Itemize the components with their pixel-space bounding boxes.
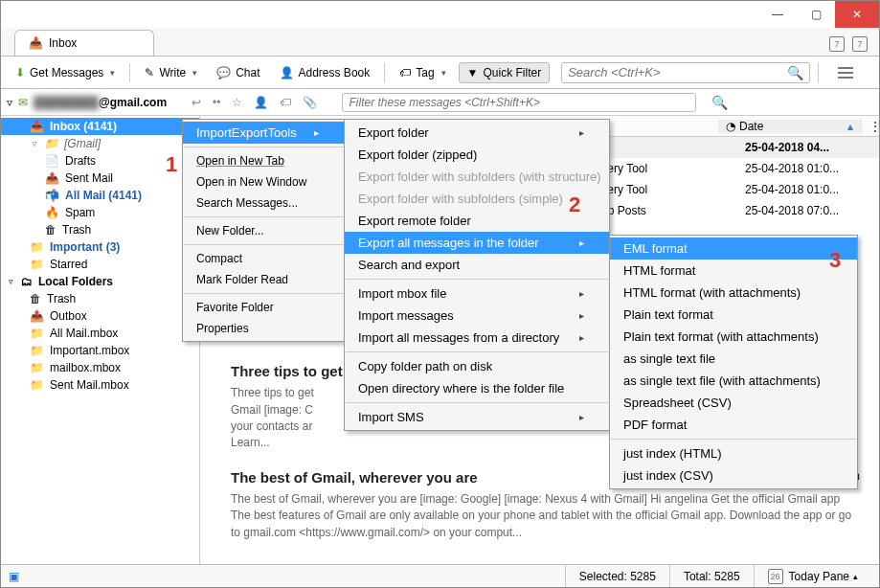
get-messages-button[interactable]: ⬇ Get Messages (9, 62, 122, 83)
menu-search-and-export[interactable]: Search and export (345, 254, 609, 276)
message-filter[interactable] (342, 93, 696, 112)
folder-important[interactable]: 📁Important (3) (1, 238, 199, 256)
tag-icon[interactable]: 🏷 (280, 96, 291, 109)
attachment-icon[interactable]: 📎 (303, 96, 317, 109)
dots-icon[interactable]: •• (213, 96, 220, 109)
menu-compact[interactable]: Compact (183, 248, 344, 269)
window-maximize[interactable]: ▢ (797, 1, 835, 28)
menu-import-mbox[interactable]: Import mbox file (345, 283, 609, 305)
funnel-icon: ▼ (467, 66, 479, 79)
pencil-icon: ✎ (145, 66, 154, 79)
chevron-down-icon[interactable]: ▿ (7, 277, 15, 286)
star-icon[interactable]: ☆ (232, 96, 242, 109)
global-search[interactable]: 🔍 (561, 62, 810, 83)
menu-open-new-window[interactable]: Open in New Window (183, 171, 344, 192)
folder-local-trash[interactable]: 🗑Trash (1, 290, 199, 307)
folder-allmail-mbox[interactable]: 📁All Mail.mbox (1, 325, 199, 342)
message-filter-icons: ↩ •• ☆ 👤 🏷 📎 (192, 96, 317, 109)
search-icon[interactable]: 🔍 (787, 65, 803, 80)
annotation-1: 1 (166, 152, 177, 177)
menu-search-messages[interactable]: Search Messages... (183, 192, 344, 214)
menu-html-format[interactable]: HTML format (610, 260, 857, 282)
folder-starred[interactable]: 📁Starred (1, 256, 199, 273)
trash-icon: 🗑 (30, 292, 41, 305)
local-folders[interactable]: ▿ 🗂 Local Folders (1, 273, 199, 290)
menu-import-sms[interactable]: Import SMS (345, 406, 609, 428)
folder-mailbox-mbox[interactable]: 📁mailbox.mbox (1, 359, 199, 376)
trash-icon: 🗑 (45, 223, 56, 237)
folder-inbox[interactable]: 📥 Inbox (4141) (1, 118, 199, 135)
status-total: Total: 5285 (669, 565, 754, 587)
menu-open-new-tab[interactable]: Open in New Tab (183, 150, 344, 171)
quick-filter-button[interactable]: ▼ Quick Filter (459, 62, 551, 83)
folder-important-mbox[interactable]: 📁Important.mbox (1, 342, 199, 359)
menu-import-messages[interactable]: Import messages (345, 305, 609, 327)
folder-trash[interactable]: 🗑Trash (1, 221, 199, 238)
menu-spreadsheet-csv[interactable]: Spreadsheet (CSV) (610, 392, 857, 414)
address-book-button[interactable]: 👤 Address Book (273, 62, 377, 83)
menu-pdf-format[interactable]: PDF format (610, 414, 857, 436)
chevron-down-icon[interactable]: ▿ (30, 139, 38, 148)
message-filter-input[interactable] (349, 96, 689, 109)
menu-new-folder[interactable]: New Folder... (183, 220, 344, 241)
clock-icon: ◔ (726, 120, 735, 133)
status-bar: ▣ Selected: 5285 Total: 5285 26 Today Pa… (1, 564, 879, 587)
main-menu-button[interactable] (836, 67, 855, 79)
menu-favorite-folder[interactable]: Favorite Folder (183, 297, 344, 318)
folder-icon: 📁 (44, 137, 58, 150)
menu-import-export-tools[interactable]: ImportExportTools (183, 122, 344, 144)
tab-inbox[interactable]: 📥 Inbox (14, 30, 154, 56)
menu-single-text[interactable]: as single text file (610, 348, 857, 370)
chevron-down-icon[interactable]: ▿ (7, 96, 12, 109)
status-selected: Selected: 5285 (565, 565, 669, 587)
menu-export-folder[interactable]: Export folder (345, 122, 609, 144)
menu-copy-folder-path[interactable]: Copy folder path on disk (345, 355, 609, 377)
search-icon[interactable]: 🔍 (711, 95, 728, 110)
menu-eml-format[interactable]: EML format (610, 237, 857, 260)
calendar-icon[interactable]: 7 (852, 36, 868, 52)
account-email[interactable]: ████████@gmail.com (34, 95, 167, 109)
export-format-submenu: EML format HTML format HTML format (with… (609, 235, 858, 489)
import-export-submenu: Export folder Export folder (zipped) Exp… (344, 119, 610, 431)
menu-index-html[interactable]: just index (HTML) (610, 442, 857, 464)
tab-bar: 📥 Inbox 7 7 (1, 28, 879, 57)
global-search-input[interactable] (568, 65, 787, 79)
menu-export-subfolders-structure: Export folder with subfolders (with stru… (345, 166, 609, 188)
chevron-up-icon: ▴ (853, 572, 858, 581)
today-pane-button[interactable]: 26 Today Pane ▴ (754, 565, 871, 587)
menu-mark-folder-read[interactable]: Mark Folder Read (183, 269, 344, 290)
folder-icon: 📁 (30, 361, 44, 374)
menu-single-text-attachments[interactable]: as single text file (with attachments) (610, 370, 857, 392)
separator (818, 63, 819, 82)
folder-spam[interactable]: 🔥Spam (1, 204, 199, 221)
folder-context-menu: ImportExportTools Open in New Tab Open i… (182, 119, 345, 342)
chat-button[interactable]: 💬 Chat (210, 62, 266, 83)
menu-plain-text-attachments[interactable]: Plain text format (with attachments) (610, 326, 857, 348)
menu-export-all-messages[interactable]: Export all messages in the folder (345, 232, 609, 254)
menu-import-from-directory[interactable]: Import all messages from a directory (345, 327, 609, 349)
folder-outbox[interactable]: 📤Outbox (1, 307, 199, 325)
sent-icon: 📤 (45, 171, 59, 185)
folder-gmail[interactable]: ▿ 📁 [Gmail] (1, 135, 199, 152)
write-button[interactable]: ✎ Write (138, 62, 204, 83)
activity-icon[interactable]: ▣ (9, 570, 19, 583)
folder-sentmail-mbox[interactable]: 📁Sent Mail.mbox (1, 376, 199, 394)
menu-open-directory[interactable]: Open directory where is the folder file (345, 377, 609, 399)
menu-export-folder-zipped[interactable]: Export folder (zipped) (345, 144, 609, 166)
tag-button[interactable]: 🏷 Tag (393, 62, 452, 83)
reply-icon[interactable]: ↩ (192, 96, 201, 109)
window-close[interactable]: ✕ (835, 1, 879, 28)
menu-properties[interactable]: Properties (183, 318, 344, 339)
folder-allmail[interactable]: 📬All Mail (4141) (1, 187, 199, 204)
menu-plain-text[interactable]: Plain text format (610, 304, 857, 326)
window-minimize[interactable]: — (758, 1, 797, 28)
window-titlebar: — ▢ ✕ (1, 1, 879, 28)
column-picker[interactable]: ⋮ (862, 120, 879, 133)
contact-icon[interactable]: 👤 (254, 96, 268, 109)
menu-index-csv[interactable]: just index (CSV) (610, 464, 857, 486)
main-toolbar: ⬇ Get Messages ✎ Write 💬 Chat 👤 Address … (1, 57, 879, 89)
column-date[interactable]: ◔ Date ▴ (718, 120, 862, 133)
folder-icon: 📁 (30, 344, 44, 357)
menu-html-attachments[interactable]: HTML format (with attachments) (610, 282, 857, 304)
calendar-icon[interactable]: 7 (829, 36, 845, 52)
